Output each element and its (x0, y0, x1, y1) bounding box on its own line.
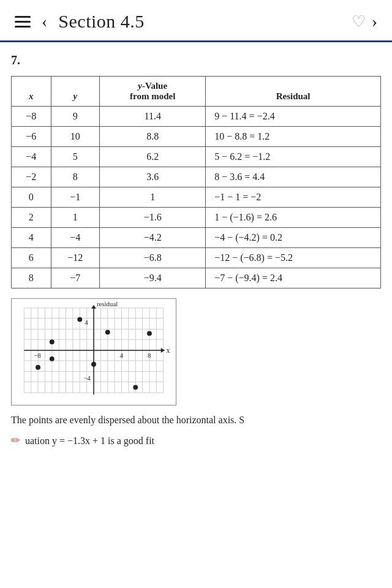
footer-equation: uation y = −1.3x + 1 is a good fit (25, 435, 154, 446)
cell-x: 2 (12, 208, 51, 228)
table-row: −8911.49 − 11.4 = −2.4 (12, 107, 381, 127)
table-row: 4−4−4.2−4 − (−4.2) = 0.2 (12, 228, 381, 248)
favorite-icon[interactable]: ♡ (352, 12, 366, 31)
col-header-model: y-Valuefrom model (100, 77, 206, 107)
point-2 (50, 339, 55, 344)
table-row: −6108.810 − 8.8 = 1.2 (12, 127, 381, 147)
col-header-x: x (12, 77, 51, 107)
cell-y-model: −6.8 (100, 248, 206, 268)
cell-y: 10 (51, 127, 100, 147)
y-tick-neg4: −4 (83, 374, 91, 382)
graph-svg: x residual −8 4 8 4 −4 (12, 299, 176, 405)
cell-y-model: 8.8 (100, 127, 206, 147)
y-tick-4: 4 (85, 318, 88, 326)
col-header-residual: Residual (206, 77, 381, 107)
footer-text: The points are evenly dispersed about th… (11, 413, 381, 428)
cell-residual: 10 − 8.8 = 1.2 (206, 127, 381, 147)
cell-x: 0 (12, 187, 51, 208)
cell-x: 8 (12, 268, 51, 288)
edit-icon[interactable]: ✏ (11, 432, 20, 449)
cell-y: −7 (51, 268, 100, 288)
table-row: 21−1.61 − (−1.6) = 2.6 (12, 208, 381, 228)
hamburger-icon[interactable] (15, 16, 31, 28)
section-title: Section 4.5 (58, 11, 145, 32)
data-table: x y y-Valuefrom model Residual −8911.49 … (11, 76, 381, 288)
cell-residual: −4 − (−4.2) = 0.2 (206, 228, 381, 248)
cell-y: −1 (51, 187, 100, 208)
point-9 (147, 331, 152, 336)
point-5 (91, 362, 96, 367)
problem-number: 7. (11, 53, 381, 67)
cell-y: 5 (51, 147, 100, 167)
header: ‹ Section 4.5 ♡ › (0, 0, 392, 42)
x-tick-neg8: −8 (34, 352, 41, 359)
point-6 (105, 330, 110, 334)
table-row: −283.68 − 3.6 = 4.4 (12, 167, 381, 187)
cell-y-model: 1 (100, 187, 206, 208)
cell-x: 4 (12, 228, 51, 248)
cell-x: 6 (12, 248, 51, 268)
cell-residual: −1 − 1 = −2 (206, 187, 381, 208)
point-4 (77, 317, 82, 322)
x-tick-8: 8 (148, 352, 151, 359)
cell-residual: 9 − 11.4 = −2.4 (206, 107, 381, 127)
forward-arrow-icon[interactable]: › (372, 12, 377, 31)
cell-y-model: 6.2 (100, 147, 206, 167)
col-header-y: y (51, 77, 100, 107)
table-row: 8−7−9.4−7 − (−9.4) = 2.4 (12, 268, 381, 288)
table-row: 6−12−6.8−12 − (−6.8) = −5.2 (12, 248, 381, 268)
cell-y: 9 (51, 107, 100, 127)
cell-y: 1 (51, 208, 100, 228)
point-neg6-extra (50, 356, 55, 361)
table-row: −456.25 − 6.2 = −1.2 (12, 147, 381, 167)
cell-residual: −12 − (−6.8) = −5.2 (206, 248, 381, 268)
cell-residual: 8 − 3.6 = 4.4 (206, 167, 381, 187)
svg-marker-32 (161, 348, 165, 353)
cell-y: 8 (51, 167, 100, 187)
cell-residual: −7 − (−9.4) = 2.4 (206, 268, 381, 288)
back-arrow-icon[interactable]: ‹ (42, 12, 47, 31)
x-tick-4: 4 (120, 352, 124, 359)
x-axis-label: x (167, 346, 170, 355)
point-1 (36, 365, 40, 370)
cell-y: −4 (51, 228, 100, 248)
svg-marker-33 (91, 305, 96, 309)
cell-y-model: 3.6 (100, 167, 206, 187)
cell-y-model: 11.4 (100, 107, 206, 127)
cell-x: −2 (12, 167, 51, 187)
cell-residual: 5 − 6.2 = −1.2 (206, 147, 381, 167)
header-left: ‹ Section 4.5 (15, 11, 145, 32)
cell-y-model: −9.4 (100, 268, 206, 288)
cell-y: −12 (51, 248, 100, 268)
table-row: 0−11−1 − 1 = −2 (12, 187, 381, 208)
point-8 (133, 385, 138, 390)
cell-y-model: −1.6 (100, 208, 206, 228)
footer-sentence: The points are evenly dispersed about th… (11, 415, 244, 425)
cell-residual: 1 − (−1.6) = 2.6 (206, 208, 381, 228)
cell-y-model: −4.2 (100, 228, 206, 248)
cell-x: −6 (12, 127, 51, 147)
residual-graph: x residual −8 4 8 4 −4 (11, 298, 176, 405)
residual-label: residual (97, 300, 118, 307)
footer-equation-line: ✏ uation y = −1.3x + 1 is a good fit (11, 432, 381, 449)
header-right: ♡ › (352, 12, 377, 31)
cell-x: −4 (12, 147, 51, 167)
main-content: 7. x y y-Valuefrom model Residual −8911.… (0, 42, 392, 455)
cell-x: −8 (12, 107, 51, 127)
